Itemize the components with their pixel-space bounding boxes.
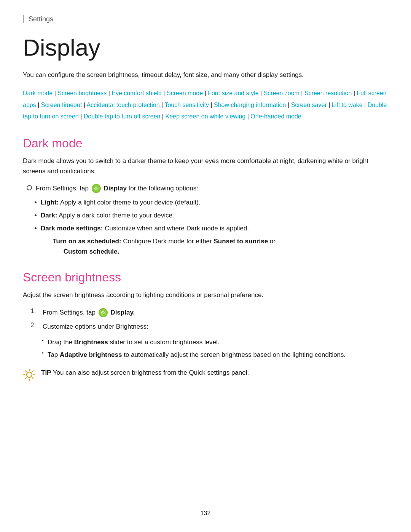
screen-brightness-desc: Adjust the screen brightness according t… [23,290,388,300]
dark-mode-light-text: Light: Apply a light color theme to your… [41,197,201,208]
link-screen-mode[interactable]: Screen mode [167,90,203,96]
brightness-item-adaptive: • Tap Adaptive brightness to automatical… [42,350,388,360]
tip-text: TIP You can also adjust screen brightnes… [41,367,249,378]
link-screen-saver[interactable]: Screen saver [291,102,327,108]
page-title: Display [23,35,388,61]
brightness-drag-text: Drag the Brightness slider to set a cust… [48,337,220,347]
link-screen-timeout[interactable]: Screen timeout [41,102,82,108]
numbered-list: 1. From Settings, tap Display. 2. Custom… [30,307,388,332]
link-screen-brightness[interactable]: Screen brightness [57,90,107,96]
dark-mode-scheduled-text: Turn on as scheduled: Configure Dark mod… [53,236,276,257]
link-dark-mode[interactable]: Dark mode [23,90,53,96]
dash-icon: – [46,236,49,246]
svg-line-7 [32,371,33,372]
screen-brightness-section: Screen brightness Adjust the screen brig… [23,270,388,381]
tip-box: TIP You can also adjust screen brightnes… [23,367,388,381]
tip-sun-icon [23,368,36,381]
svg-line-5 [25,371,27,372]
link-screen-zoom[interactable]: Screen zoom [264,90,299,96]
dark-mode-settings-text: Dark mode settings: Customize when and w… [41,223,249,233]
link-screen-resolution[interactable]: Screen resolution [304,90,352,96]
link-lift-to-wake[interactable]: Lift to wake [332,102,363,108]
link-touch-sensitivity[interactable]: Touch sensitivity [164,102,209,108]
circle-bullet-icon [27,185,32,190]
gear-icon-display [92,184,101,193]
intro-text: You can configure the screen brightness,… [23,70,388,80]
dark-mode-step-text: From Settings, tap Display for the follo… [36,183,198,193]
step-2: 2. Customize options under Brightness: [30,321,388,332]
page-number: 132 [0,510,411,517]
settings-breadcrumb: Settings [23,15,388,23]
link-one-handed-mode[interactable]: One-handed mode [250,113,301,120]
link-eye-comfort[interactable]: Eye comfort shield [112,90,162,96]
step-1-text: From Settings, tap Display. [43,307,135,318]
link-charging-info[interactable]: Show charging information [214,102,286,108]
dark-mode-item-light: • Light: Apply a light color theme to yo… [34,197,388,208]
dark-mode-title: Dark mode [23,136,388,150]
dark-mode-item-settings: • Dark mode settings: Customize when and… [34,223,388,234]
bullet-dot-b1: • [42,337,44,345]
bullet-dot-1: • [34,197,37,208]
bullet-dot-b2: • [42,350,44,357]
bullet-dot-3: • [34,223,37,234]
dark-mode-section: Dark mode Dark mode allows you to switch… [23,136,388,257]
link-double-tap-off[interactable]: Double tap to turn off screen [84,113,161,120]
dark-mode-scheduled: – Turn on as scheduled: Configure Dark m… [46,236,388,257]
dark-mode-from-settings: From Settings, tap Display for the follo… [27,183,388,193]
step-2-num: 2. [30,321,40,329]
links-section: Dark mode | Screen brightness | Eye comf… [23,88,388,122]
step-2-text: Customize options under Brightness: [43,321,148,332]
gear-icon-brightness [99,308,108,317]
bullet-dot-2: • [34,210,37,221]
dark-mode-item-dark: • Dark: Apply a dark color theme to your… [34,210,388,221]
svg-point-0 [27,372,32,377]
link-accidental-touch[interactable]: Accidental touch protection [87,102,160,108]
svg-line-6 [32,378,33,379]
dark-mode-dark-text: Dark: Apply a dark color theme to your d… [41,210,174,220]
svg-line-8 [25,378,27,379]
brightness-item-drag: • Drag the Brightness slider to set a cu… [42,337,388,347]
link-keep-screen-on[interactable]: Keep screen on while viewing [165,113,245,120]
screen-brightness-title: Screen brightness [23,270,388,284]
link-font-size[interactable]: Font size and style [208,90,258,96]
step-1-num: 1. [30,307,40,315]
step-1: 1. From Settings, tap Display. [30,307,388,318]
dark-mode-desc: Dark mode allows you to switch to a dark… [23,156,388,176]
brightness-adaptive-text: Tap Adaptive brightness to automatically… [48,350,346,360]
